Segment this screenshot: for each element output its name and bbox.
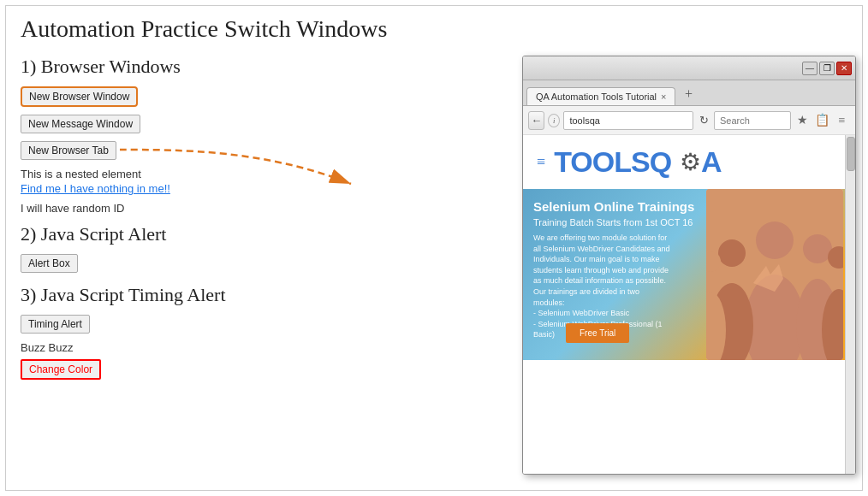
tab-close-icon[interactable]: × — [661, 92, 666, 102]
banner-title: Selenium Online Trainings — [533, 199, 694, 214]
banner-cta-button[interactable]: Free Trial — [566, 323, 629, 343]
people-svg — [706, 189, 843, 360]
logo-gear-icon: ⚙ — [680, 148, 701, 176]
logo-qa: Q — [650, 145, 671, 178]
timing-alert-row: Timing Alert — [21, 315, 363, 338]
clipboard-button[interactable]: 📋 — [814, 111, 830, 130]
minimize-icon: — — [806, 63, 814, 73]
banner-people-image — [706, 189, 843, 360]
site-header: ≡ TOOLSQ ⚙ A — [523, 135, 855, 189]
svg-point-2 — [756, 221, 794, 259]
svg-point-4 — [718, 239, 746, 267]
logo-a: A — [701, 145, 722, 179]
browser-tabbar: QA Automation Tools Tutorial × + — [523, 80, 855, 106]
tab-label: QA Automation Tools Tutorial — [536, 92, 657, 102]
page-title: Automation Practice Switch Windows — [21, 15, 847, 43]
nested-element-text: This is a nested element — [21, 168, 363, 180]
back-button[interactable]: ← — [528, 111, 544, 130]
site-logo: TOOLSQ — [554, 145, 671, 179]
clipboard-icon: 📋 — [815, 113, 829, 127]
info-icon: i — [553, 116, 556, 125]
new-browser-tab-button[interactable]: New Browser Tab — [21, 141, 116, 160]
alert-box-row: Alert Box — [21, 254, 363, 277]
browser-navbar: ← i ↻ ★ 📋 ≡ — [523, 106, 855, 135]
banner-text-block: Selenium Online Trainings Training Batch… — [533, 199, 694, 340]
info-button[interactable]: i — [548, 114, 560, 127]
bookmark-button[interactable]: ★ — [794, 111, 811, 130]
address-bar[interactable] — [563, 111, 693, 130]
reload-icon: ↻ — [699, 114, 709, 127]
browser-scrollbar[interactable] — [845, 135, 855, 474]
restore-icon: ❐ — [823, 63, 831, 73]
restore-button[interactable]: ❐ — [819, 62, 835, 75]
site-banner: Selenium Online Trainings Training Batch… — [523, 189, 855, 360]
back-icon: ← — [531, 114, 542, 127]
alert-box-button[interactable]: Alert Box — [21, 254, 78, 273]
section-1-heading: 1) Browser Windows — [21, 56, 363, 78]
change-color-row: Change Color — [21, 359, 363, 384]
nothing-in-me-link[interactable]: Find me I have nothing in me!! — [21, 182, 363, 195]
random-id-text: I will have random ID — [21, 202, 363, 215]
buzz-buzz-text: Buzz Buzz — [21, 341, 363, 354]
new-browser-window-button[interactable]: New Browser Window — [21, 86, 138, 107]
svg-point-6 — [803, 234, 832, 263]
new-browser-tab-row: New Browser Tab — [21, 141, 363, 164]
new-tab-button[interactable]: + — [679, 85, 698, 103]
new-browser-window-row: New Browser Window — [21, 86, 363, 111]
new-message-window-row: New Message Window — [21, 115, 363, 138]
reload-button[interactable]: ↻ — [697, 113, 710, 128]
minimize-button[interactable]: — — [802, 62, 817, 75]
section-3: 3) Java Script Timing Alert Timing Alert… — [21, 284, 363, 384]
search-bar[interactable] — [714, 111, 791, 130]
browser-content: ≡ TOOLSQ ⚙ A Selenium Online Trainings T… — [523, 135, 855, 474]
menu-button[interactable]: ≡ — [834, 111, 850, 130]
browser-window: — ❐ ✕ QA Automation Tools Tutorial × + ←… — [522, 56, 856, 475]
scrollbar-thumb — [847, 137, 855, 171]
banner-subtitle: Training Batch Starts from 1st OCT 16 — [533, 217, 694, 227]
bookmark-icon: ★ — [797, 113, 808, 127]
menu-icon: ≡ — [839, 114, 846, 127]
browser-titlebar: — ❐ ✕ — [523, 56, 855, 80]
new-message-window-button[interactable]: New Message Window — [21, 115, 140, 133]
close-icon: ✕ — [841, 63, 847, 73]
close-button[interactable]: ✕ — [836, 62, 852, 75]
section-1: 1) Browser Windows New Browser Window Ne… — [21, 56, 363, 215]
change-color-button[interactable]: Change Color — [21, 359, 101, 380]
section-3-heading: 3) Java Script Timing Alert — [21, 284, 363, 306]
site-hamburger-icon: ≡ — [537, 153, 545, 171]
logo-tools: TOOLS — [554, 145, 650, 178]
browser-tab-active[interactable]: QA Automation Tools Tutorial × — [526, 87, 675, 105]
timing-alert-button[interactable]: Timing Alert — [21, 315, 90, 334]
section-2-heading: 2) Java Script Alert — [21, 223, 363, 245]
left-panel: 1) Browser Windows New Browser Window Ne… — [21, 56, 363, 391]
section-2: 2) Java Script Alert Alert Box — [21, 223, 363, 277]
